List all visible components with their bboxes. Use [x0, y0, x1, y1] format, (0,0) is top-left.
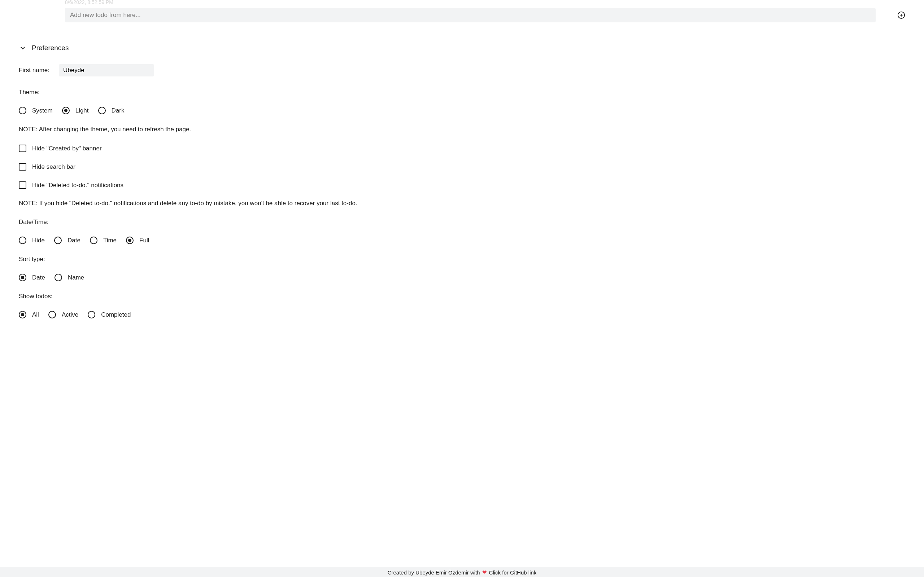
heart-icon: ❤ [482, 569, 487, 575]
show-todos-label: Show todos: [19, 293, 905, 300]
add-todo-button[interactable] [897, 11, 905, 19]
hide-deleted-notifications-checkbox[interactable]: Hide "Deleted to-do." notifications [19, 181, 905, 189]
checkbox-label: Hide "Deleted to-do." notifications [32, 182, 123, 189]
footer-text-after: Click for GitHub link [489, 569, 537, 575]
preferences-title: Preferences [32, 44, 69, 52]
theme-radio-dark[interactable]: Dark [98, 107, 124, 114]
radio-label: Date [68, 237, 81, 244]
sort-type-radio-group: Date Name [19, 274, 905, 281]
plus-circle-icon [897, 11, 905, 19]
checkbox-note: NOTE: If you hide "Deleted to-do." notif… [19, 200, 905, 207]
theme-label: Theme: [19, 89, 905, 96]
hide-created-by-checkbox[interactable]: Hide "Created by" banner [19, 145, 905, 152]
timestamp-text: 8/6/2022, 8:52:59 PM [0, 0, 924, 5]
show-todos-radio-group: All Active Completed [19, 311, 905, 318]
radio-label: Full [139, 237, 149, 244]
theme-radio-group: System Light Dark [19, 107, 905, 114]
datetime-label: Date/Time: [19, 219, 905, 226]
radio-label: All [32, 311, 39, 318]
hide-search-bar-checkbox[interactable]: Hide search bar [19, 163, 905, 171]
radio-label: Time [103, 237, 116, 244]
radio-label: Active [62, 311, 78, 318]
todo-input[interactable] [65, 8, 876, 23]
first-name-input[interactable] [59, 64, 154, 76]
show-radio-completed[interactable]: Completed [88, 311, 131, 318]
checkbox-label: Hide "Created by" banner [32, 145, 102, 152]
radio-label: Date [32, 274, 45, 281]
first-name-label: First name: [19, 67, 50, 74]
sort-type-label: Sort type: [19, 256, 905, 263]
footer-text-before: Created by Ubeyde Emir Özdemir with [388, 569, 480, 575]
show-radio-all[interactable]: All [19, 311, 39, 318]
datetime-radio-hide[interactable]: Hide [19, 237, 45, 244]
datetime-radio-full[interactable]: Full [126, 237, 149, 244]
radio-label: System [32, 107, 53, 114]
checkbox-label: Hide search bar [32, 163, 76, 171]
datetime-radio-group: Hide Date Time Full [19, 237, 905, 244]
show-radio-active[interactable]: Active [48, 311, 78, 318]
sort-radio-date[interactable]: Date [19, 274, 45, 281]
radio-label: Light [76, 107, 89, 114]
preferences-toggle[interactable]: Preferences [19, 44, 905, 52]
theme-radio-system[interactable]: System [19, 107, 53, 114]
theme-radio-light[interactable]: Light [62, 107, 89, 114]
datetime-radio-date[interactable]: Date [54, 237, 81, 244]
radio-label: Name [68, 274, 84, 281]
radio-label: Completed [101, 311, 131, 318]
theme-note: NOTE: After changing the theme, you need… [19, 126, 905, 133]
sort-radio-name[interactable]: Name [55, 274, 84, 281]
datetime-radio-time[interactable]: Time [90, 237, 116, 244]
chevron-down-icon [19, 44, 27, 52]
radio-label: Dark [111, 107, 124, 114]
footer-link[interactable]: Created by Ubeyde Emir Özdemir with ❤ Cl… [0, 567, 924, 577]
radio-label: Hide [32, 237, 45, 244]
